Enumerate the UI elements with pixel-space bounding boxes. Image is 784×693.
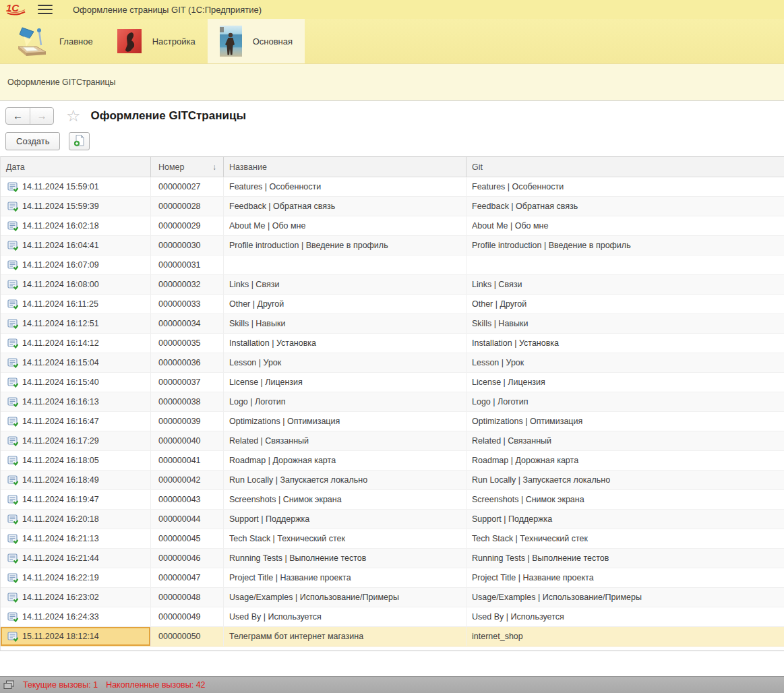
row-git: About Me | Обо мне (466, 216, 784, 235)
create-button[interactable]: Создать (5, 132, 60, 150)
table-row[interactable]: 14.11.2024 16:24:33 000000049 Used By | … (1, 607, 784, 627)
table-row[interactable]: 14.11.2024 16:15:40 000000037 License | … (1, 373, 784, 392)
column-header-git[interactable]: Git (466, 157, 784, 177)
status-bar: Текущие вызовы: 1 Накопленные вызовы: 42 (0, 676, 784, 693)
main-menu-icon[interactable] (38, 5, 53, 14)
row-date-cell: 14.11.2024 16:21:13 (1, 529, 150, 548)
row-name: Links | Связи (223, 275, 466, 294)
table-row[interactable]: 14.11.2024 16:23:02 000000048 Usage/Exam… (1, 588, 784, 607)
row-date: 14.11.2024 16:18:05 (22, 456, 99, 465)
forward-button[interactable]: → (30, 108, 53, 124)
row-date: 14.11.2024 16:07:09 (22, 260, 99, 270)
row-name: License | Лицензия (223, 373, 466, 392)
row-name: Feedback | Обратная связь (223, 197, 466, 216)
row-date: 14.11.2024 15:59:01 (22, 182, 99, 191)
table-row[interactable]: 14.11.2024 16:17:29 000000040 Related | … (1, 431, 784, 451)
create-copy-button[interactable] (69, 132, 90, 150)
favorite-star-icon[interactable]: ☆ (66, 107, 81, 125)
row-git: Screenshots | Снимок экрана (466, 490, 784, 509)
table-row[interactable]: 14.11.2024 16:15:04 000000036 Lesson | У… (1, 353, 784, 373)
catalog-item-icon (7, 632, 18, 642)
tab-label: Главное (59, 36, 93, 47)
row-date: 14.11.2024 16:19:47 (22, 495, 99, 504)
row-date-cell: 14.11.2024 16:15:04 (1, 353, 150, 372)
table-header: Дата Номер ↓ Название Git (1, 157, 784, 177)
table-row[interactable]: 14.11.2024 16:18:49 000000042 Run Locall… (1, 471, 784, 490)
row-name: Profile introduction | Введение в профил… (223, 236, 466, 255)
catalog-item-icon (7, 338, 18, 349)
row-number: 000000046 (150, 549, 223, 568)
column-header-date[interactable]: Дата (1, 157, 150, 177)
table-row[interactable]: 14.11.2024 16:07:09 000000031 (1, 255, 784, 275)
git-pages-table: Дата Номер ↓ Название Git (0, 156, 784, 651)
titlebar: 1С Оформление страницы GIT (1С:Предприят… (0, 0, 784, 19)
row-date-cell: 14.11.2024 16:08:00 (1, 275, 150, 294)
row-date: 14.11.2024 16:18:49 (22, 475, 99, 485)
row-date: 14.11.2024 16:04:41 (22, 241, 99, 250)
catalog-item-icon (7, 202, 18, 212)
column-header-number[interactable]: Номер ↓ (150, 157, 223, 177)
row-git: Running Tests | Выполнение тестов (466, 549, 784, 568)
table-row[interactable]: 14.11.2024 16:16:47 000000039 Optimizati… (1, 412, 784, 431)
row-git: Run Locally | Запускается локально (466, 471, 784, 489)
row-date-cell: 14.11.2024 16:04:41 (1, 236, 150, 255)
table-row[interactable]: 14.11.2024 16:20:18 000000044 Support | … (1, 510, 784, 529)
table-row[interactable]: 14.11.2024 16:18:05 000000041 Roadmap | … (1, 451, 784, 471)
windows-icon[interactable] (3, 680, 15, 690)
back-button[interactable]: ← (6, 108, 30, 124)
row-name: About Me | Обо мне (223, 216, 466, 235)
table-row[interactable]: 14.11.2024 16:11:25 000000033 Other | Др… (1, 295, 784, 314)
table-row[interactable]: 14.11.2024 16:14:12 000000035 Installati… (1, 334, 784, 353)
row-number: 000000027 (150, 177, 223, 196)
table-row[interactable]: 14.11.2024 16:21:13 000000045 Tech Stack… (1, 529, 784, 549)
row-git: Usage/Examples | Использование/Примеры (466, 588, 784, 607)
table-row[interactable]: 14.11.2024 16:04:41 000000030 Profile in… (1, 236, 784, 255)
breadcrumb[interactable]: Оформление GITСтраницы (7, 78, 116, 87)
tab-nastroyka[interactable]: Настройка (105, 19, 208, 63)
table-row[interactable]: 15.11.2024 18:12:14 000000050 Телеграмм … (1, 627, 784, 646)
table-row[interactable]: 14.11.2024 15:59:01 000000027 Features |… (1, 177, 784, 197)
row-name: Used By | Используется (223, 607, 466, 626)
table-row[interactable]: 14.11.2024 15:59:39 000000028 Feedback |… (1, 197, 784, 216)
row-date-cell: 14.11.2024 16:12:51 (1, 314, 150, 333)
table-row[interactable]: 14.11.2024 16:22:19 000000047 Project Ti… (1, 568, 784, 588)
catalog-item-icon (7, 456, 18, 466)
catalog-item-icon (7, 319, 18, 329)
row-date-cell: 14.11.2024 16:15:40 (1, 373, 150, 392)
row-number: 000000035 (150, 334, 223, 353)
row-number: 000000030 (150, 236, 223, 255)
row-date-cell: 15.11.2024 18:12:14 (1, 627, 150, 646)
catalog-item-icon (7, 182, 18, 192)
row-name: Lesson | Урок (223, 353, 466, 372)
content-area: ← → ☆ Оформление GITСтраницы Создать (0, 101, 784, 676)
row-number: 000000029 (150, 216, 223, 235)
table-row[interactable]: 14.11.2024 16:19:47 000000043 Screenshot… (1, 490, 784, 510)
table-row[interactable]: 14.11.2024 16:08:00 000000032 Links | Св… (1, 275, 784, 295)
catalog-item-icon (7, 358, 18, 368)
catalog-item-icon (7, 573, 18, 583)
catalog-item-icon (7, 378, 18, 388)
table-row[interactable]: 14.11.2024 16:12:51 000000034 Skills | Н… (1, 314, 784, 334)
table-row[interactable]: 14.11.2024 16:16:13 000000038 Logo | Лог… (1, 392, 784, 412)
row-date: 14.11.2024 16:21:13 (22, 534, 99, 543)
tab-glavnoe[interactable]: Главное (4, 19, 105, 63)
catalog-item-icon (7, 280, 18, 290)
row-git: Logo | Логотип (466, 392, 784, 411)
red-photo-icon (117, 29, 142, 53)
row-name: Installation | Установка (223, 334, 466, 353)
table-row[interactable]: 14.11.2024 16:02:18 000000029 About Me |… (1, 216, 784, 236)
column-header-name[interactable]: Название (223, 157, 466, 177)
row-date: 14.11.2024 16:12:51 (22, 319, 99, 328)
function-panel: Оформление GITСтраницы (0, 64, 784, 101)
tab-osnovnaya[interactable]: Основная (208, 19, 305, 63)
row-date: 14.11.2024 16:24:33 (22, 612, 99, 622)
catalog-item-icon (7, 534, 18, 544)
row-name: Usage/Examples | Использование/Примеры (223, 588, 466, 607)
row-name: Support | Поддержка (223, 510, 466, 529)
sort-descending-icon: ↓ (212, 162, 216, 172)
table-row[interactable]: 14.11.2024 16:21:44 000000046 Running Te… (1, 549, 784, 568)
catalog-item-icon (7, 514, 18, 524)
page-title: Оформление GITСтраницы (91, 109, 246, 123)
row-date-cell: 14.11.2024 16:18:49 (1, 471, 150, 489)
row-date: 14.11.2024 16:17:29 (22, 436, 99, 446)
